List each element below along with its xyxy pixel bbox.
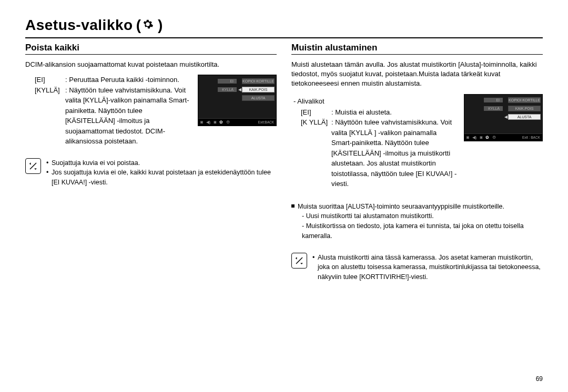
left-heading: Poista kaikki — [25, 43, 277, 55]
menu-right-button: KOPIOI KORTILLE — [508, 97, 541, 103]
title-close-paren: ) — [158, 17, 163, 34]
page-number: 69 — [536, 375, 543, 383]
right-note-block: Alusta muistikortti aina tässä kamerassa… — [291, 253, 543, 282]
note-item: Suojattuja kuvia ei voi poistaa. — [46, 158, 277, 168]
camera-bottom-bar: ◙ ◀) ◙ ✿ ⚙ Exit : BACK — [464, 133, 542, 141]
menu-right-button: KOPIOI KORTILLE — [242, 78, 275, 84]
exit-label: Exit:BACK — [258, 120, 274, 124]
sound-icon: ◀) — [472, 135, 477, 140]
menu-left-label: EI — [484, 98, 503, 102]
camera-screen-left: ▭ EI KOPIOI KORTILLE KYLLÄ ◀ KAIK.POIS — [198, 75, 277, 126]
right-option-kylla: [K YLLÄ] : Näyttöön tulee vahvistamisikk… — [301, 117, 458, 189]
square-sub: - Uusi muistikortti tai alustamaton muis… — [291, 211, 543, 221]
option-label: [EI] — [35, 75, 65, 85]
left-option-kylla: [KYLLÄ] : Näyttöön tulee vahvistamisikku… — [35, 85, 191, 147]
note-icon — [25, 158, 41, 174]
right-square-note: Muista suorittaa [ALUSTA]-toiminto seura… — [291, 202, 543, 241]
tool-icon: ⚙ — [492, 135, 496, 140]
menu-right-button: ALUSTA — [508, 114, 541, 120]
option-desc: : Muistia ei alusteta. — [331, 107, 458, 118]
note-icon — [291, 253, 307, 269]
camera-icon: ◙ — [200, 120, 203, 125]
option-desc: : Peruuttaa Peruuta kaikki -toiminnon. — [65, 75, 191, 85]
page-title: Asetus-valikko — [25, 17, 133, 34]
exit-label: Exit : BACK — [522, 136, 540, 139]
settings-icon: ✿ — [485, 135, 489, 140]
left-intro: DCIM-alikansion suojaamattomat kuvat poi… — [25, 60, 277, 69]
camera-bottom-bar: ◙ ◀) ◙ ✿ ⚙ Exit:BACK — [198, 118, 276, 126]
settings-gear-icon — [142, 18, 154, 32]
right-column: Muistin alustaminen Muisti alustetaan tä… — [291, 43, 543, 282]
left-options: [EI] : Peruuttaa Peruuta kaikki -toiminn… — [25, 75, 191, 147]
right-options-wrap: - Alivalikot [EI] : Muistia ei alusteta.… — [291, 94, 458, 189]
manual-page: Asetus-valikko ( ) Poista kaikki DCIM-al… — [0, 0, 568, 392]
bottom-icons: ◙ ◀) ◙ ✿ ⚙ — [200, 120, 230, 125]
left-note-block: Suojattuja kuvia ei voi poistaa. Jos suo… — [25, 158, 277, 188]
right-option-ei: [EI] : Muistia ei alusteta. — [301, 107, 458, 118]
menu-arrow: ◀ — [238, 87, 242, 92]
note-item: Jos suojattuja kuvia ei ole, kaikki kuva… — [46, 168, 277, 188]
option-desc: : Näyttöön tulee vahvistamisikkuna. Voit… — [65, 85, 191, 147]
right-intro: Muisti alustetaan tämän avulla. Jos alus… — [291, 60, 543, 89]
menu-left-label: KYLLÄ — [484, 106, 503, 111]
menu-right-button: KAIK.POIS — [242, 87, 275, 92]
content-columns: Poista kaikki DCIM-alikansion suojaamatt… — [25, 43, 543, 282]
left-upper-block: [EI] : Peruuttaa Peruuta kaikki -toiminn… — [25, 75, 277, 147]
bottom-icons: ◙ ◀) ◙ ✿ ⚙ — [466, 135, 496, 140]
left-column: Poista kaikki DCIM-alikansion suojaamatt… — [25, 43, 277, 282]
camera-icon: ◙ — [466, 135, 469, 140]
note-item: Alusta muistikortti aina tässä kamerassa… — [312, 253, 543, 282]
option-label: [EI] — [301, 107, 331, 118]
right-upper-block: - Alivalikot [EI] : Muistia ei alusteta.… — [291, 94, 543, 189]
title-open-paren: ( — [136, 17, 141, 34]
square-lead: Muista suorittaa [ALUSTA]-toiminto seura… — [291, 202, 543, 212]
option-desc: : Näyttöön tulee vahvistamisikkuna. Voit… — [331, 117, 458, 189]
sound-icon: ◀) — [206, 120, 211, 125]
settings-icon: ✿ — [219, 120, 223, 125]
camera-screen-right: ▭ EI KOPIOI KORTILLE KYLLÄ KAIK.POIS ◀ — [464, 94, 543, 141]
sub-label: - Alivalikot — [293, 97, 458, 105]
left-note-list: Suojattuja kuvia ei voi poistaa. Jos suo… — [46, 158, 277, 188]
play-icon: ◙ — [214, 120, 217, 125]
option-label: [KYLLÄ] — [35, 85, 65, 147]
page-title-row: Asetus-valikko ( ) — [25, 17, 543, 38]
menu-arrow: ◀ — [504, 115, 508, 119]
left-option-ei: [EI] : Peruuttaa Peruuta kaikki -toiminn… — [35, 75, 191, 85]
menu-left-label: EI — [218, 79, 237, 84]
tool-icon: ⚙ — [226, 120, 230, 125]
menu-right-button: ALUSTA — [242, 95, 275, 101]
menu-right-button: KAIK.POIS — [508, 106, 541, 111]
right-note-list: Alusta muistikortti aina tässä kamerassa… — [312, 253, 543, 282]
play-icon: ◙ — [480, 135, 483, 140]
menu-left-label: KYLLÄ — [218, 87, 237, 92]
square-sub: - Muistikortissa on tiedosto, jota kamer… — [291, 221, 543, 241]
option-label: [K YLLÄ] — [301, 117, 331, 189]
right-heading: Muistin alustaminen — [291, 43, 543, 55]
